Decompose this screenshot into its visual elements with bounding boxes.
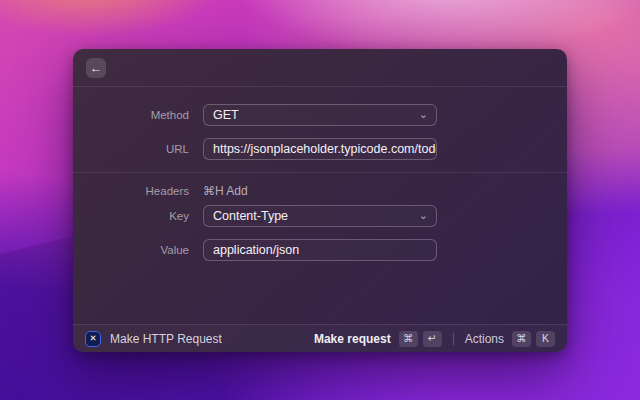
window-footer: ✕ Make HTTP Request Make request ⌘ ↵ Act… <box>73 324 567 352</box>
extension-icon: ✕ <box>85 331 101 347</box>
cmd-keycap: ⌘ <box>399 331 418 347</box>
k-keycap: K <box>536 331 555 347</box>
header-value-value: application/json <box>213 243 299 257</box>
method-value: GET <box>213 108 239 122</box>
cmd-keycap: ⌘ <box>512 331 531 347</box>
header-value-row: Value application/json <box>73 239 567 261</box>
chevron-down-icon: ⌄ <box>419 210 428 221</box>
header-key-row: Key Content-Type ⌄ <box>73 205 567 227</box>
method-select[interactable]: GET ⌄ <box>203 104 437 126</box>
key-label: Key <box>73 210 189 222</box>
headers-add-shortcut[interactable]: ⌘H Add <box>203 184 248 198</box>
command-title: Make HTTP Request <box>110 332 222 346</box>
back-button[interactable]: ← <box>86 58 106 78</box>
chevron-down-icon: ⌄ <box>419 109 428 120</box>
form-section-divider <box>73 172 567 173</box>
value-label: Value <box>73 244 189 256</box>
raycast-window: ← Method GET ⌄ URL https://jsonplacehold… <box>73 49 567 352</box>
footer-divider <box>453 333 454 345</box>
make-request-button[interactable]: Make request <box>314 332 391 346</box>
url-row: URL https://jsonplaceholder.typicode.com… <box>73 138 567 160</box>
screen: ← Method GET ⌄ URL https://jsonplacehold… <box>0 0 640 400</box>
window-header: ← <box>73 49 567 87</box>
header-value-input[interactable]: application/json <box>203 239 437 261</box>
method-row: Method GET ⌄ <box>73 104 567 126</box>
header-key-select[interactable]: Content-Type ⌄ <box>203 205 437 227</box>
footer-actions: Make request ⌘ ↵ Actions ⌘ K <box>314 331 555 347</box>
headers-row: Headers ⌘H Add <box>73 184 567 198</box>
extension-icon-glyph: ✕ <box>89 334 96 343</box>
url-label: URL <box>73 143 189 155</box>
url-input[interactable]: https://jsonplaceholder.typicode.com/tod… <box>203 138 437 160</box>
actions-button[interactable]: Actions <box>465 332 504 346</box>
back-arrow-icon: ← <box>90 62 102 74</box>
enter-keycap: ↵ <box>423 331 442 347</box>
url-value: https://jsonplaceholder.typicode.com/tod… <box>213 142 437 156</box>
headers-label: Headers <box>73 185 189 197</box>
method-label: Method <box>73 109 189 121</box>
header-key-value: Content-Type <box>213 209 288 223</box>
http-request-form: Method GET ⌄ URL https://jsonplaceholder… <box>73 87 567 261</box>
